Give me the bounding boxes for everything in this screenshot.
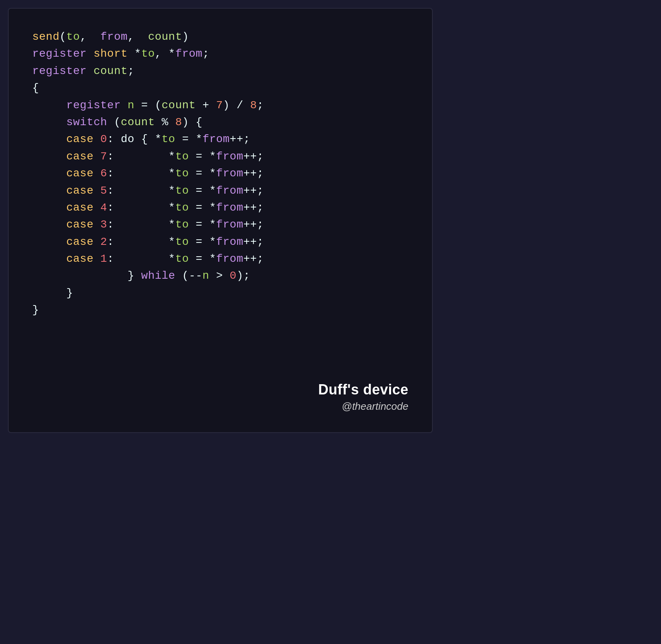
token-case5: case	[66, 182, 94, 199]
token-sp13	[94, 250, 100, 267]
code-line-4: {	[32, 80, 408, 96]
token-case6: case	[66, 165, 94, 182]
card-title: Duff's device	[318, 381, 408, 398]
token-colon4: : *	[107, 199, 175, 216]
token-pp1: ++;	[243, 250, 264, 267]
token-sp4	[121, 97, 127, 114]
token-colon3: : *	[107, 216, 175, 233]
token-from3: from	[203, 131, 230, 148]
token-outerbrace: }	[32, 302, 39, 318]
token-whilecond: (--	[175, 267, 202, 284]
token-pp2: ++;	[243, 233, 264, 250]
token-pp3: ++;	[243, 216, 264, 233]
token-pp5: ++;	[243, 182, 264, 199]
code-line-14: case 1: *to = *from++;	[32, 250, 408, 267]
token-eq4: = *	[189, 165, 216, 182]
token-while: while	[141, 267, 175, 284]
token-indent9	[32, 233, 66, 250]
token-num6: 6	[100, 165, 107, 182]
token-from6: from	[216, 182, 243, 199]
token-colon1: : *	[107, 250, 175, 267]
token-num4: 4	[100, 199, 107, 216]
token-indent1	[32, 97, 66, 114]
code-line-5: register n = (count + 7) / 8;	[32, 97, 408, 114]
token-eq1: = (	[135, 97, 162, 114]
token-count2: count	[94, 63, 128, 80]
code-line-1: send(to, from, count)	[32, 28, 408, 45]
token-count4: count	[121, 114, 155, 131]
token-innerbrace: }	[66, 285, 73, 302]
token-num7: 7	[100, 148, 107, 165]
code-line-12: case 3: *to = *from++;	[32, 216, 408, 233]
token-to9: to	[175, 233, 189, 250]
token-eq2: = *	[175, 131, 202, 148]
code-line-16: }	[32, 285, 408, 302]
token-num3: 3	[100, 216, 107, 233]
token-from5: from	[216, 165, 243, 182]
token-n2: n	[203, 267, 209, 284]
token-pp6: ++;	[243, 165, 264, 182]
token-sp3	[87, 63, 93, 80]
token-indent2	[32, 114, 66, 131]
token-zero: 0	[230, 267, 236, 284]
token-num2: 2	[100, 233, 107, 250]
card-handle: @theartincode	[342, 400, 409, 413]
token-mod: %	[155, 114, 175, 131]
token-case0: case	[66, 131, 94, 148]
token-pp7: ++;	[243, 148, 264, 165]
token-indent3	[32, 131, 66, 148]
token-indent5	[32, 165, 66, 182]
token-switchbrace: ) {	[182, 114, 203, 131]
code-line-3: register count;	[32, 63, 408, 80]
code-line-9: case 6: *to = *from++;	[32, 165, 408, 182]
token-sp8	[94, 165, 100, 182]
token-short: short	[94, 45, 128, 62]
token-colon0: : do {	[107, 131, 155, 148]
token-sp5: (	[107, 114, 121, 131]
token-to10: to	[175, 250, 189, 267]
token-to7: to	[175, 199, 189, 216]
token-semi1: ;	[203, 45, 209, 62]
token-case4: case	[66, 199, 94, 216]
token-case2: case	[66, 233, 94, 250]
token-comma2: ,	[127, 28, 148, 45]
token-eq8: = *	[189, 233, 216, 250]
token-eq9: = *	[189, 250, 216, 267]
token-8b: 8	[175, 114, 182, 131]
token-star1: *	[135, 45, 141, 62]
token-num0: 0	[100, 131, 107, 148]
token-to3: to	[162, 131, 175, 148]
token-colon6: : *	[107, 165, 175, 182]
token-pp0: ++;	[230, 131, 250, 148]
token-sp6	[94, 131, 100, 148]
token-count1: count	[148, 28, 182, 45]
token-indent11: }	[32, 267, 141, 284]
token-div: ) /	[223, 97, 250, 114]
token-to1: to	[66, 28, 80, 45]
token-from10: from	[216, 250, 243, 267]
token-from9: from	[216, 233, 243, 250]
code-line-11: case 4: *to = *from++;	[32, 199, 408, 216]
token-indent12	[32, 285, 66, 302]
token-semi3: ;	[257, 97, 264, 114]
token-sp7	[94, 148, 100, 165]
token-eq6: = *	[189, 199, 216, 216]
token-colon2: : *	[107, 233, 175, 250]
main-card: send(to, from, count) register short *to…	[8, 8, 433, 433]
token-eq5: = *	[189, 182, 216, 199]
token-from2: from	[175, 45, 202, 62]
token-sp10	[94, 199, 100, 216]
token-register1: register	[32, 45, 87, 62]
token-to2: to	[141, 45, 155, 62]
token-eq7: = *	[189, 216, 216, 233]
token-eq3: = *	[189, 148, 216, 165]
token-pp4: ++;	[243, 199, 264, 216]
token-register2: register	[32, 63, 87, 80]
token-from7: from	[216, 199, 243, 216]
token-semi2: ;	[127, 63, 134, 80]
token-plus: +	[196, 97, 216, 114]
code-block: send(to, from, count) register short *to…	[32, 28, 408, 374]
token-comma3: , *	[155, 45, 175, 62]
code-line-10: case 5: *to = *from++;	[32, 182, 408, 199]
token-gt: >	[209, 267, 230, 284]
